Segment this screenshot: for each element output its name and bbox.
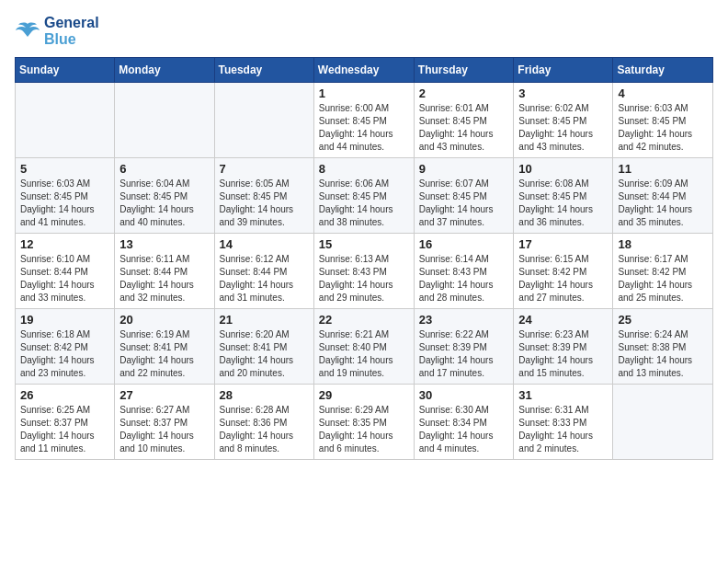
day-number: 10	[518, 162, 608, 176]
day-info: Sunrise: 6:19 AM Sunset: 8:41 PM Dayligh…	[119, 328, 209, 380]
week-row-1: 1Sunrise: 6:00 AM Sunset: 8:45 PM Daylig…	[16, 83, 713, 158]
calendar-cell: 28Sunrise: 6:28 AM Sunset: 8:36 PM Dayli…	[214, 385, 313, 460]
calendar-cell: 2Sunrise: 6:01 AM Sunset: 8:45 PM Daylig…	[414, 83, 514, 158]
day-number: 31	[518, 388, 608, 402]
day-number: 5	[20, 162, 109, 176]
day-number: 3	[518, 86, 608, 100]
calendar-cell	[16, 83, 115, 158]
day-number: 15	[319, 237, 409, 251]
calendar-cell: 29Sunrise: 6:29 AM Sunset: 8:35 PM Dayli…	[313, 385, 414, 460]
calendar-cell: 14Sunrise: 6:12 AM Sunset: 8:44 PM Dayli…	[214, 234, 313, 309]
day-number: 9	[419, 162, 509, 176]
day-info: Sunrise: 6:30 AM Sunset: 8:34 PM Dayligh…	[419, 404, 509, 455]
day-info: Sunrise: 6:17 AM Sunset: 8:42 PM Dayligh…	[618, 253, 708, 304]
calendar-cell: 31Sunrise: 6:31 AM Sunset: 8:33 PM Dayli…	[514, 385, 613, 460]
day-number: 4	[618, 86, 708, 100]
calendar-cell	[613, 385, 713, 460]
calendar-cell	[214, 83, 313, 158]
day-info: Sunrise: 6:12 AM Sunset: 8:44 PM Dayligh…	[220, 253, 309, 304]
day-number: 28	[220, 388, 309, 402]
day-number: 11	[618, 162, 708, 176]
day-number: 2	[419, 86, 509, 100]
day-info: Sunrise: 6:13 AM Sunset: 8:43 PM Dayligh…	[319, 253, 409, 304]
week-row-2: 5Sunrise: 6:03 AM Sunset: 8:45 PM Daylig…	[16, 158, 713, 234]
day-number: 13	[119, 237, 209, 251]
day-number: 19	[20, 313, 109, 327]
calendar-cell: 22Sunrise: 6:21 AM Sunset: 8:40 PM Dayli…	[313, 309, 414, 385]
day-info: Sunrise: 6:25 AM Sunset: 8:37 PM Dayligh…	[20, 404, 109, 455]
day-info: Sunrise: 6:02 AM Sunset: 8:45 PM Dayligh…	[518, 102, 608, 154]
day-number: 16	[419, 237, 509, 251]
day-info: Sunrise: 6:18 AM Sunset: 8:42 PM Dayligh…	[20, 328, 109, 380]
day-info: Sunrise: 6:04 AM Sunset: 8:45 PM Dayligh…	[119, 178, 209, 229]
day-number: 18	[618, 237, 708, 251]
weekday-header-tuesday: Tuesday	[214, 58, 313, 83]
calendar-cell: 16Sunrise: 6:14 AM Sunset: 8:43 PM Dayli…	[414, 234, 514, 309]
day-info: Sunrise: 6:10 AM Sunset: 8:44 PM Dayligh…	[20, 253, 109, 304]
page-header: General Blue	[15, 15, 713, 48]
day-number: 25	[618, 313, 708, 327]
logo-icon	[15, 20, 40, 42]
day-info: Sunrise: 6:07 AM Sunset: 8:45 PM Dayligh…	[419, 178, 509, 229]
day-info: Sunrise: 6:15 AM Sunset: 8:42 PM Dayligh…	[518, 253, 608, 304]
logo: General Blue	[15, 15, 99, 48]
weekday-header-wednesday: Wednesday	[313, 58, 414, 83]
day-info: Sunrise: 6:24 AM Sunset: 8:38 PM Dayligh…	[618, 328, 708, 380]
calendar-cell: 13Sunrise: 6:11 AM Sunset: 8:44 PM Dayli…	[115, 234, 214, 309]
day-info: Sunrise: 6:03 AM Sunset: 8:45 PM Dayligh…	[618, 102, 708, 154]
calendar-cell: 23Sunrise: 6:22 AM Sunset: 8:39 PM Dayli…	[414, 309, 514, 385]
calendar-cell: 1Sunrise: 6:00 AM Sunset: 8:45 PM Daylig…	[313, 83, 414, 158]
calendar-cell: 17Sunrise: 6:15 AM Sunset: 8:42 PM Dayli…	[514, 234, 613, 309]
calendar-cell: 21Sunrise: 6:20 AM Sunset: 8:41 PM Dayli…	[214, 309, 313, 385]
day-number: 6	[119, 162, 209, 176]
calendar-cell: 8Sunrise: 6:06 AM Sunset: 8:45 PM Daylig…	[313, 158, 414, 234]
calendar-cell: 19Sunrise: 6:18 AM Sunset: 8:42 PM Dayli…	[16, 309, 115, 385]
week-row-5: 26Sunrise: 6:25 AM Sunset: 8:37 PM Dayli…	[16, 385, 713, 460]
day-number: 12	[20, 237, 109, 251]
day-info: Sunrise: 6:08 AM Sunset: 8:45 PM Dayligh…	[518, 178, 608, 229]
calendar-cell: 6Sunrise: 6:04 AM Sunset: 8:45 PM Daylig…	[115, 158, 214, 234]
day-info: Sunrise: 6:22 AM Sunset: 8:39 PM Dayligh…	[419, 328, 509, 380]
day-info: Sunrise: 6:00 AM Sunset: 8:45 PM Dayligh…	[319, 102, 409, 154]
calendar-cell: 25Sunrise: 6:24 AM Sunset: 8:38 PM Dayli…	[613, 309, 713, 385]
day-info: Sunrise: 6:29 AM Sunset: 8:35 PM Dayligh…	[319, 404, 409, 455]
day-number: 22	[319, 313, 409, 327]
calendar-cell: 7Sunrise: 6:05 AM Sunset: 8:45 PM Daylig…	[214, 158, 313, 234]
day-number: 21	[220, 313, 309, 327]
day-number: 23	[419, 313, 509, 327]
day-number: 14	[220, 237, 309, 251]
day-info: Sunrise: 6:09 AM Sunset: 8:44 PM Dayligh…	[618, 178, 708, 229]
calendar-cell: 11Sunrise: 6:09 AM Sunset: 8:44 PM Dayli…	[613, 158, 713, 234]
calendar-table: SundayMondayTuesdayWednesdayThursdayFrid…	[15, 57, 713, 460]
weekday-header-monday: Monday	[115, 58, 214, 83]
day-info: Sunrise: 6:21 AM Sunset: 8:40 PM Dayligh…	[319, 328, 409, 380]
day-number: 20	[119, 313, 209, 327]
calendar-cell: 30Sunrise: 6:30 AM Sunset: 8:34 PM Dayli…	[414, 385, 514, 460]
day-number: 24	[518, 313, 608, 327]
day-number: 1	[319, 86, 409, 100]
day-number: 17	[518, 237, 608, 251]
day-info: Sunrise: 6:06 AM Sunset: 8:45 PM Dayligh…	[319, 178, 409, 229]
calendar-cell: 12Sunrise: 6:10 AM Sunset: 8:44 PM Dayli…	[16, 234, 115, 309]
day-info: Sunrise: 6:03 AM Sunset: 8:45 PM Dayligh…	[20, 178, 109, 229]
calendar-cell: 27Sunrise: 6:27 AM Sunset: 8:37 PM Dayli…	[115, 385, 214, 460]
weekday-header-sunday: Sunday	[16, 58, 115, 83]
day-number: 29	[319, 388, 409, 402]
calendar-cell: 18Sunrise: 6:17 AM Sunset: 8:42 PM Dayli…	[613, 234, 713, 309]
calendar-cell	[115, 83, 214, 158]
calendar-cell: 4Sunrise: 6:03 AM Sunset: 8:45 PM Daylig…	[613, 83, 713, 158]
day-number: 8	[319, 162, 409, 176]
calendar-cell: 3Sunrise: 6:02 AM Sunset: 8:45 PM Daylig…	[514, 83, 613, 158]
calendar-cell: 10Sunrise: 6:08 AM Sunset: 8:45 PM Dayli…	[514, 158, 613, 234]
week-row-3: 12Sunrise: 6:10 AM Sunset: 8:44 PM Dayli…	[16, 234, 713, 309]
weekday-header-friday: Friday	[514, 58, 613, 83]
weekday-header-thursday: Thursday	[414, 58, 514, 83]
calendar-cell: 15Sunrise: 6:13 AM Sunset: 8:43 PM Dayli…	[313, 234, 414, 309]
day-info: Sunrise: 6:20 AM Sunset: 8:41 PM Dayligh…	[220, 328, 309, 380]
calendar-cell: 5Sunrise: 6:03 AM Sunset: 8:45 PM Daylig…	[16, 158, 115, 234]
week-row-4: 19Sunrise: 6:18 AM Sunset: 8:42 PM Dayli…	[16, 309, 713, 385]
day-info: Sunrise: 6:28 AM Sunset: 8:36 PM Dayligh…	[220, 404, 309, 455]
logo-text: General Blue	[44, 15, 99, 48]
weekday-header-row: SundayMondayTuesdayWednesdayThursdayFrid…	[16, 58, 713, 83]
day-number: 26	[20, 388, 109, 402]
